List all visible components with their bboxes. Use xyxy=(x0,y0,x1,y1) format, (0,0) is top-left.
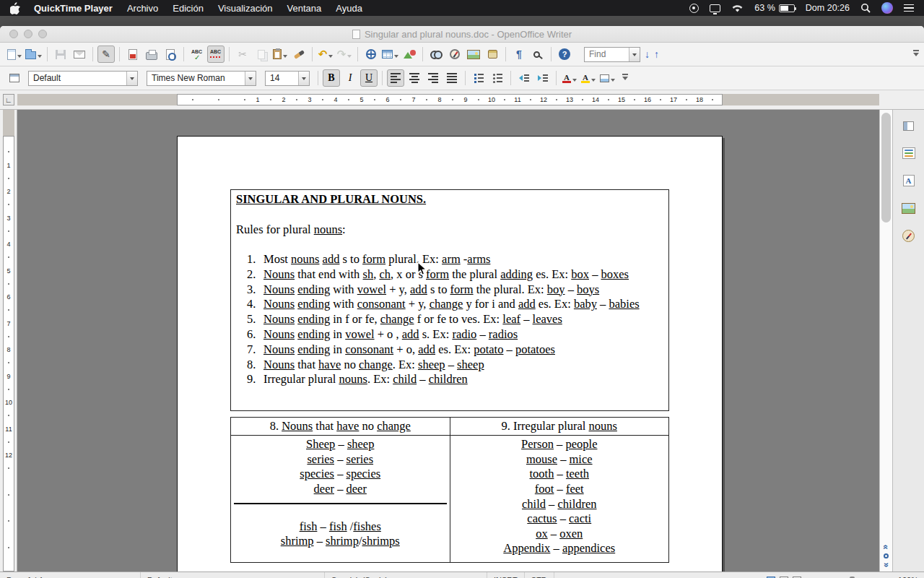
highlight-button[interactable]: A xyxy=(580,69,597,87)
new-document-dropdown[interactable] xyxy=(17,55,22,60)
next-page-button[interactable]: « xyxy=(883,563,890,568)
spotlight-icon[interactable] xyxy=(860,3,871,13)
paragraph-style-select[interactable]: Default xyxy=(28,71,138,86)
horizontal-ruler[interactable]: ∟ 123456789101112131415161718 xyxy=(0,90,924,110)
email-button[interactable] xyxy=(71,46,88,63)
background-color-dropdown[interactable] xyxy=(611,79,615,84)
decrease-indent-button[interactable] xyxy=(515,69,533,87)
font-name-dropdown[interactable] xyxy=(245,72,256,85)
undo-button[interactable]: ↶ xyxy=(317,46,334,63)
bold-button[interactable]: B xyxy=(323,69,340,87)
justify-button[interactable] xyxy=(443,69,461,87)
document-canvas[interactable]: SINGULAR AND PLURAL NOUNS. Rules for plu… xyxy=(17,110,879,571)
notification-center-icon[interactable] xyxy=(904,4,914,12)
print-button[interactable] xyxy=(143,46,160,63)
navigator-button[interactable] xyxy=(446,46,463,63)
italic-button[interactable]: I xyxy=(341,69,359,87)
siri-icon[interactable] xyxy=(881,2,893,14)
vertical-ruler[interactable]: 123456789101112 xyxy=(0,110,17,571)
edit-file-button[interactable]: ✎ xyxy=(97,46,115,63)
table-dropdown[interactable] xyxy=(394,55,398,60)
font-color-button[interactable]: A xyxy=(561,69,578,87)
minimize-window-button[interactable] xyxy=(24,30,32,38)
menu-ayuda[interactable]: Ayuda xyxy=(336,3,362,14)
nouns-table[interactable]: 8. Nouns that have no change 9. Irregula… xyxy=(230,417,669,563)
spellcheck-button[interactable] xyxy=(188,46,206,63)
paste-button[interactable] xyxy=(271,46,289,63)
sidebar-gallery-button[interactable] xyxy=(900,199,918,217)
document-page[interactable]: SINGULAR AND PLURAL NOUNS. Rules for plu… xyxy=(177,136,723,571)
sidebar-navigator-button[interactable] xyxy=(900,227,918,244)
align-left-button[interactable] xyxy=(387,69,404,87)
status-language[interactable]: Spanish (Spain) xyxy=(325,572,487,578)
status-page-style[interactable]: Default xyxy=(141,572,325,578)
find-combobox[interactable]: Find xyxy=(584,47,640,62)
previous-page-button[interactable]: « xyxy=(883,545,890,550)
redo-dropdown[interactable] xyxy=(347,55,352,60)
font-name-select[interactable]: Times New Roman xyxy=(147,71,256,86)
paste-dropdown[interactable] xyxy=(283,55,287,60)
format-paintbrush-button[interactable] xyxy=(290,46,308,63)
tab-stop-selector[interactable]: ∟ xyxy=(3,94,14,105)
status-insert-mode[interactable]: INSRT xyxy=(487,572,525,578)
redo-button[interactable]: ↷ xyxy=(336,46,353,63)
screen-recording-icon[interactable] xyxy=(689,4,699,13)
menu-quicktime-player[interactable]: QuickTime Player xyxy=(34,3,113,14)
font-size-dropdown[interactable] xyxy=(298,72,309,85)
draw-functions-button[interactable] xyxy=(401,46,418,63)
sidebar-styles-button[interactable]: A xyxy=(900,172,918,189)
autospellcheck-button[interactable] xyxy=(207,46,225,63)
copy-button[interactable] xyxy=(253,46,270,63)
formatting-overflow-button[interactable] xyxy=(622,74,628,83)
rules-text-frame[interactable]: SINGULAR AND PLURAL NOUNS. Rules for plu… xyxy=(230,189,669,411)
open-button[interactable] xyxy=(25,46,43,63)
underline-button[interactable]: U xyxy=(360,69,378,87)
scrollbar-thumb[interactable] xyxy=(881,113,891,223)
menu-ventana[interactable]: Ventana xyxy=(287,3,322,14)
insert-table-button[interactable] xyxy=(381,46,399,63)
new-document-button[interactable] xyxy=(6,46,23,63)
zoom-button[interactable] xyxy=(529,46,546,63)
find-previous-button[interactable]: ↑ xyxy=(654,48,659,60)
numbered-list-button[interactable] xyxy=(470,69,487,87)
font-size-select[interactable]: 14 xyxy=(265,71,310,86)
undo-dropdown[interactable] xyxy=(328,55,333,60)
background-color-button[interactable] xyxy=(598,69,616,87)
export-pdf-button[interactable] xyxy=(124,46,141,63)
save-button[interactable] xyxy=(52,46,69,63)
window-title-bar[interactable]: Singular and plural nouns.doc - OpenOffi… xyxy=(0,26,924,43)
increase-indent-button[interactable] xyxy=(534,69,552,87)
page-preview-button[interactable] xyxy=(162,46,179,63)
close-window-button[interactable] xyxy=(9,30,18,38)
toolbar-overflow-button[interactable] xyxy=(913,50,919,59)
find-dropdown-button[interactable] xyxy=(629,48,640,61)
status-selection-mode[interactable]: STD xyxy=(525,572,554,578)
battery-indicator[interactable]: 63 % xyxy=(754,3,795,13)
sidebar-properties-button[interactable] xyxy=(900,144,918,162)
display-icon[interactable] xyxy=(710,4,720,12)
cut-button[interactable]: ✂ xyxy=(234,46,251,63)
vertical-scrollbar[interactable]: « « xyxy=(879,110,892,571)
sidebar-toggle-button[interactable] xyxy=(900,117,918,134)
find-input[interactable]: Find xyxy=(585,49,629,59)
menu-visualizacion[interactable]: Visualización xyxy=(218,3,273,14)
help-button[interactable]: ? xyxy=(556,46,573,63)
paragraph-style-dropdown[interactable] xyxy=(126,72,137,85)
styles-window-button[interactable] xyxy=(6,69,23,87)
find-next-button[interactable]: ↓ xyxy=(645,48,650,60)
open-dropdown[interactable] xyxy=(38,55,42,60)
menu-clock[interactable]: Dom 20:26 xyxy=(806,3,850,13)
highlight-dropdown[interactable] xyxy=(591,79,596,84)
hyperlink-button[interactable] xyxy=(362,46,380,63)
font-color-dropdown[interactable] xyxy=(572,79,577,84)
formatting-marks-button[interactable]: ¶ xyxy=(510,46,528,63)
zoom-window-button[interactable] xyxy=(38,30,47,38)
status-page-number[interactable]: Page 1 / 4 xyxy=(0,572,141,578)
navigation-dot-button[interactable] xyxy=(884,553,889,558)
find-replace-button[interactable] xyxy=(427,46,445,63)
align-right-button[interactable] xyxy=(424,69,442,87)
wifi-icon[interactable] xyxy=(731,4,744,12)
align-center-button[interactable] xyxy=(406,69,423,87)
apple-menu-icon[interactable] xyxy=(10,2,21,14)
bullet-list-button[interactable] xyxy=(489,69,506,87)
